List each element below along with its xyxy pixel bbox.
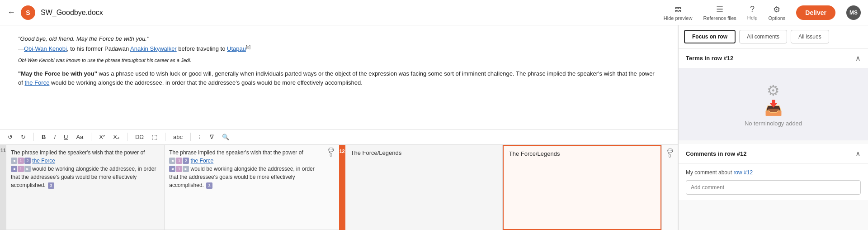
hide-preview-label: Hide preview bbox=[664, 15, 693, 21]
comment-icon-12: 💬 bbox=[667, 149, 673, 153]
toolbar-separator-3 bbox=[127, 133, 127, 141]
undo-button[interactable]: ↺ bbox=[5, 132, 15, 142]
no-terminology-area: ⚙📥 No terminology added bbox=[679, 68, 868, 140]
abc-button[interactable]: abc bbox=[171, 132, 185, 142]
row-11-left-markers: ◄ 1 2 bbox=[11, 158, 31, 164]
bold-button[interactable]: B bbox=[39, 132, 48, 142]
avatar: MS bbox=[846, 5, 861, 20]
italic-button[interactable]: I bbox=[52, 132, 58, 142]
header: ← S SW_Goodbye.docx 𝌝 Hide preview ☰ Ref… bbox=[0, 0, 868, 25]
special2-button[interactable]: ⬚ bbox=[150, 132, 160, 142]
seg-num-r3: 1 bbox=[176, 166, 182, 172]
redo-button[interactable]: ↻ bbox=[19, 132, 28, 142]
tab-focus-on-row[interactable]: Focus on row bbox=[684, 30, 736, 43]
attribution-end: before traveling to bbox=[177, 45, 227, 52]
comment-count-12: 0 bbox=[669, 153, 671, 158]
options-action[interactable]: ⚙ Options bbox=[768, 5, 785, 21]
seg-end-marker: 3 bbox=[48, 182, 54, 189]
toolbar-separator-5 bbox=[190, 133, 191, 141]
obi-wan-link[interactable]: Obi-Wan Kenobi bbox=[24, 45, 67, 52]
no-terminology-icon: ⚙📥 bbox=[764, 82, 783, 116]
seg-marker-3: ► bbox=[24, 166, 31, 172]
row-11-container: 11 The phrase implied the speaker's wish… bbox=[0, 145, 339, 230]
quote-text: "Good bye, old friend. May the Force be … bbox=[18, 34, 660, 54]
row-11-comment-area[interactable]: 💬 0 bbox=[323, 145, 339, 230]
terminology-toggle-button[interactable]: ∧ bbox=[855, 54, 861, 62]
comment-content: My comment about row #12 bbox=[679, 164, 868, 200]
editor-content: "Good bye, old friend. May the Force be … bbox=[0, 25, 678, 129]
reference-files-icon: ☰ bbox=[716, 5, 723, 14]
hide-preview-action[interactable]: 𝌝 Hide preview bbox=[664, 5, 693, 21]
header-right: 𝌝 Hide preview ☰ Reference files ? Help … bbox=[664, 5, 861, 21]
toolbar-separator-1 bbox=[33, 133, 34, 141]
tab-all-issues[interactable]: All issues bbox=[791, 30, 829, 43]
footnote-sup: [3] bbox=[246, 45, 250, 49]
the-force-link[interactable]: the Force bbox=[24, 79, 49, 86]
quote-italic: "Good bye, old friend. May the Force be … bbox=[18, 35, 149, 42]
row-12-container: 12 The Force/Legends The Force/Legends 💬… bbox=[339, 145, 678, 230]
panel-tabs: Focus on row All comments All issues bbox=[679, 25, 868, 48]
comments-toggle-button[interactable]: ∧ bbox=[855, 149, 861, 158]
font-size-button[interactable]: Aa bbox=[74, 132, 85, 142]
app-logo: S bbox=[21, 5, 35, 20]
panel-content: Terms in row #12 ∧ ⚙📥 No terminology add… bbox=[679, 48, 868, 230]
add-comment-input[interactable] bbox=[686, 180, 861, 195]
seg-num-3: 1 bbox=[18, 166, 24, 172]
seg-marker-r3: ► bbox=[183, 166, 189, 172]
row-11-left-text-before: The phrase implied the speaker's wish th… bbox=[11, 149, 145, 156]
help-label: Help bbox=[747, 15, 758, 20]
utapau-link[interactable]: Utapau bbox=[227, 45, 246, 52]
editor-toolbar: ↺ ↻ B I U Aa X² X₂ DΩ ⬚ abc ⫶ ∇ 🔍 bbox=[0, 129, 678, 145]
underline-button[interactable]: U bbox=[61, 132, 70, 142]
comment-icon-11: 💬 bbox=[328, 148, 334, 153]
terminology-section: Terms in row #12 ∧ ⚙📥 No terminology add… bbox=[679, 48, 868, 140]
comment-row-link[interactable]: row #12 bbox=[733, 169, 753, 176]
editor-area: "Good bye, old friend. May the Force be … bbox=[0, 25, 678, 230]
special3-button[interactable]: ⫶ bbox=[196, 132, 204, 142]
special1-button[interactable]: DΩ bbox=[133, 132, 146, 142]
filter-button[interactable]: ∇ bbox=[208, 132, 216, 142]
row-12-left-text: The Force/Legends bbox=[351, 149, 402, 156]
seg-end-marker-r: 3 bbox=[206, 182, 212, 189]
row-12-comment-area[interactable]: 💬 0 bbox=[661, 145, 678, 230]
row-11-right-link[interactable]: the Force bbox=[191, 158, 214, 164]
row-11-left-text-after: would be working alongside the addressee… bbox=[11, 166, 156, 188]
seg-num-1: 1 bbox=[18, 158, 24, 164]
row-12-right-text: The Force/Legends bbox=[509, 150, 560, 157]
reference-files-action[interactable]: ☰ Reference files bbox=[703, 5, 736, 21]
row-11-right-cell[interactable]: The phrase implied the speaker's wish th… bbox=[165, 145, 322, 230]
no-terminology-text: No terminology added bbox=[745, 120, 802, 127]
row-11-left-markers-2: ◄ 1 ► bbox=[11, 166, 31, 172]
search-button[interactable]: 🔍 bbox=[220, 132, 231, 142]
seg-num-2: 2 bbox=[24, 158, 31, 164]
comments-section-title: Comments in row #12 bbox=[686, 150, 746, 157]
row-11-left-cell[interactable]: The phrase implied the speaker's wish th… bbox=[6, 145, 165, 230]
seg-marker-r2: ◄ bbox=[169, 166, 175, 172]
main-area: "Good bye, old friend. May the Force be … bbox=[0, 25, 868, 230]
seg-marker-2: ◄ bbox=[11, 166, 17, 172]
superscript-button[interactable]: X² bbox=[97, 132, 107, 142]
anakin-link[interactable]: Anakin Skywalker bbox=[130, 45, 177, 52]
options-icon: ⚙ bbox=[773, 5, 780, 14]
doc-title: SW_Goodbye.docx bbox=[41, 9, 103, 17]
seg-marker-r1: ◄ bbox=[169, 158, 175, 164]
tab-all-comments[interactable]: All comments bbox=[739, 30, 787, 43]
comment-row: My comment about row #12 bbox=[686, 169, 861, 176]
back-button[interactable]: ← bbox=[7, 8, 15, 17]
row-12-left-cell[interactable]: The Force/Legends bbox=[345, 145, 503, 230]
help-action[interactable]: ? Help bbox=[747, 5, 758, 20]
seg-marker-1: ◄ bbox=[11, 158, 17, 164]
row-11-right-text-after: would be working alongside the addressee… bbox=[169, 166, 315, 188]
subscript-button[interactable]: X₂ bbox=[111, 132, 122, 142]
row-12-right-cell[interactable]: The Force/Legends bbox=[503, 145, 661, 230]
toolbar-separator-2 bbox=[91, 133, 91, 141]
body-bold: "May the Force be with you" bbox=[18, 70, 97, 77]
row-11-number: 11 bbox=[0, 145, 6, 230]
right-panel: Focus on row All comments All issues Ter… bbox=[678, 25, 868, 230]
options-label: Options bbox=[768, 15, 785, 21]
comment-count-11: 0 bbox=[330, 153, 332, 158]
hide-preview-icon: 𝌝 bbox=[675, 5, 682, 14]
row-11-left-link[interactable]: the Force bbox=[32, 158, 55, 164]
header-left: ← S SW_Goodbye.docx bbox=[7, 5, 103, 20]
deliver-button[interactable]: Deliver bbox=[796, 5, 835, 20]
